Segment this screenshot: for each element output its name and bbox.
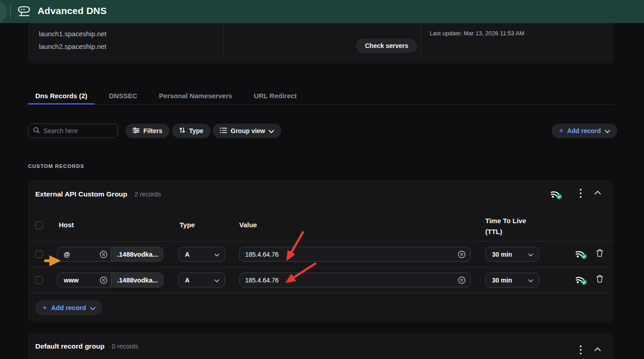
- delete-record-icon[interactable]: [596, 275, 603, 283]
- ttl-value: 30 min: [492, 277, 512, 284]
- add-record-button[interactable]: + Add record: [35, 300, 103, 315]
- host-field-group: .1488vodka...: [57, 273, 163, 287]
- tab-dnssec[interactable]: DNSSEC: [102, 87, 145, 104]
- group-view-label: Group view: [231, 127, 265, 134]
- kebab-menu-icon[interactable]: [579, 188, 582, 199]
- value-input-wrapper[interactable]: [239, 247, 471, 262]
- group-record-count: 2 records: [135, 191, 161, 198]
- nameserver-item: launch2.spaceship.net: [39, 40, 106, 53]
- host-field-group: .1488vodka...: [57, 247, 163, 262]
- clear-icon[interactable]: [458, 250, 466, 258]
- collapse-chevron-up-icon[interactable]: [594, 191, 601, 195]
- custom-records-label: CUSTOM RECORDS: [28, 163, 84, 169]
- group-header: External API Custom Group 2 records: [35, 180, 161, 209]
- search-input-wrapper[interactable]: [28, 124, 118, 138]
- plus-icon: +: [43, 303, 47, 312]
- group-view-button[interactable]: Group view: [213, 124, 281, 138]
- plus-icon: +: [559, 126, 564, 135]
- domain-suffix-label: .1488vodka...: [111, 247, 163, 261]
- table-row: .1488vodka... A 30 min: [28, 241, 614, 267]
- last-update-text: Last update: Mar 13, 2026 11:53 AM: [430, 30, 524, 37]
- tab-bar: Dns Records (2) DNSSEC Personal Nameserv…: [28, 87, 614, 105]
- value-input-wrapper[interactable]: [239, 273, 471, 287]
- chevron-down-icon: [605, 127, 610, 134]
- add-record-button[interactable]: + Add record: [552, 124, 617, 138]
- panel-divider: [421, 23, 421, 55]
- tab-dns-records[interactable]: Dns Records (2): [28, 87, 95, 104]
- type-select[interactable]: A: [178, 247, 225, 262]
- ttl-select[interactable]: 30 min: [485, 273, 539, 287]
- value-input[interactable]: [240, 277, 470, 284]
- record-group-default: Default record group 0 records: [28, 333, 614, 359]
- nameserver-list: launch1.spaceship.net launch2.spaceship.…: [39, 28, 106, 53]
- search-icon: [33, 127, 40, 135]
- propagation-status-icon[interactable]: [576, 249, 587, 259]
- group-record-count: 0 records: [112, 343, 138, 350]
- domain-suffix-label: .1488vodka...: [111, 273, 163, 287]
- page-title: Advanced DNS: [38, 5, 107, 16]
- header-divider: [10, 5, 11, 18]
- collapse-chevron-up-icon[interactable]: [594, 347, 601, 351]
- column-header-host: Host: [59, 221, 74, 229]
- add-record-label: Add record: [51, 304, 86, 311]
- sort-arrows-icon: [179, 127, 185, 135]
- propagation-status-icon[interactable]: [576, 274, 587, 285]
- chevron-down-icon: [214, 277, 219, 284]
- chevron-down-icon: [528, 277, 533, 284]
- host-input-wrapper[interactable]: [57, 273, 111, 287]
- chevron-down-icon: [90, 304, 95, 311]
- check-servers-button[interactable]: Check servers: [356, 38, 417, 53]
- value-input[interactable]: [240, 251, 470, 258]
- select-all-checkbox[interactable]: [35, 221, 43, 229]
- nameserver-panel: launch1.spaceship.net launch2.spaceship.…: [28, 23, 614, 63]
- tab-personal-nameservers[interactable]: Personal Nameservers: [152, 87, 240, 104]
- chevron-down-icon: [269, 127, 274, 134]
- ttl-value: 30 min: [492, 251, 512, 258]
- group-header: Default record group 0 records: [35, 333, 138, 359]
- row-checkbox[interactable]: [35, 276, 43, 284]
- type-label: Type: [189, 127, 204, 134]
- kebab-menu-icon[interactable]: [579, 345, 582, 355]
- column-header-value: Value: [239, 221, 257, 229]
- add-record-label: Add record: [567, 127, 601, 134]
- header-edge-circle: [0, 1, 7, 22]
- row-divider: [28, 293, 614, 293]
- dns-icon: [17, 6, 31, 19]
- column-header-ttl: Time To Live (TTL): [485, 215, 526, 237]
- chevron-down-icon: [528, 251, 533, 258]
- filters-button[interactable]: Filters: [125, 124, 170, 138]
- propagation-status-icon[interactable]: [551, 189, 563, 200]
- nameserver-item: launch1.spaceship.net: [39, 28, 106, 40]
- app-header: Advanced DNS: [0, 0, 644, 23]
- type-value: A: [185, 251, 189, 258]
- group-title: External API Custom Group: [35, 190, 128, 198]
- chevron-down-icon: [214, 251, 219, 258]
- table-row: .1488vodka... A 30 min: [28, 267, 614, 293]
- type-value: A: [185, 277, 189, 284]
- type-select[interactable]: A: [178, 273, 225, 287]
- tab-url-redirect[interactable]: URL Redirect: [246, 87, 304, 104]
- clear-icon[interactable]: [99, 276, 108, 284]
- delete-record-icon[interactable]: [596, 249, 603, 257]
- clear-icon[interactable]: [458, 276, 466, 284]
- records-toolbar: Filters Type Group view + Add record: [0, 124, 644, 138]
- row-checkbox[interactable]: [35, 250, 43, 258]
- sort-type-button[interactable]: Type: [172, 124, 211, 138]
- panel-divider: [223, 23, 224, 55]
- clear-icon[interactable]: [99, 250, 108, 258]
- filters-icon: [133, 127, 140, 135]
- search-input[interactable]: [43, 127, 113, 134]
- ttl-select[interactable]: 30 min: [485, 247, 539, 262]
- list-icon: [220, 127, 227, 135]
- column-header-type: Type: [180, 221, 195, 229]
- filters-label: Filters: [143, 127, 162, 134]
- record-group-external-api: External API Custom Group 2 records Host…: [28, 180, 614, 322]
- host-input-wrapper[interactable]: [57, 247, 111, 261]
- group-title: Default record group: [35, 342, 104, 350]
